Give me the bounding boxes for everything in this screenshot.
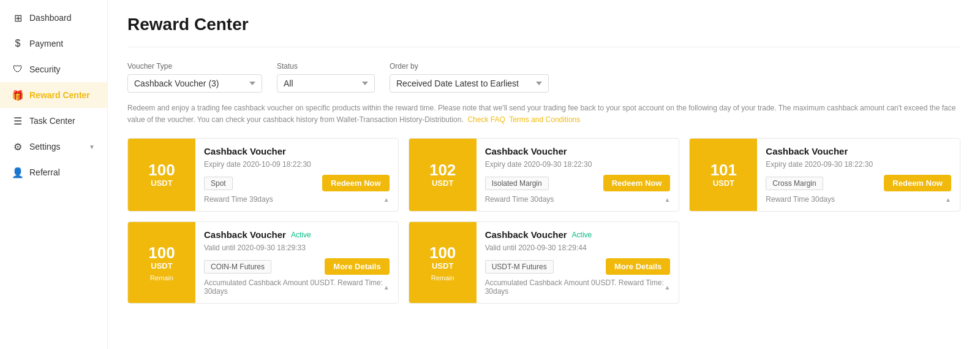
- sidebar-item-security[interactable]: 🛡 Security: [0, 56, 107, 82]
- voucher-badge-3: 101 USDT: [690, 139, 757, 211]
- order-by-select[interactable]: Received Date Latest to Earliest: [390, 74, 549, 93]
- voucher-amount-5: 100: [429, 244, 456, 262]
- voucher-card-1: 100 USDT Cashback Voucher Expiry date 20…: [127, 138, 399, 212]
- order-by-filter: Order by Received Date Latest to Earlies…: [390, 62, 549, 93]
- terms-link[interactable]: Terms and Conditions: [509, 115, 580, 124]
- voucher-badge-5: 100 USDT Remain: [409, 222, 477, 303]
- person-icon: 👤: [12, 167, 23, 178]
- voucher-type-label: Voucher Type: [127, 62, 262, 71]
- shield-icon: 🛡: [12, 64, 23, 75]
- voucher-expiry-4: Valid until 2020-09-30 18:29:33: [204, 244, 390, 252]
- voucher-title-4: Cashback Voucher Active: [204, 229, 390, 240]
- chevron-up-icon-4: ▲: [383, 284, 390, 291]
- filters-row: Voucher Type Cashback Voucher (3) Status…: [127, 62, 960, 93]
- voucher-expiry-1: Expiry date 2020-10-09 18:22:30: [204, 160, 390, 169]
- voucher-reward-2: Reward Time 30days ▲: [485, 195, 671, 204]
- voucher-title-3: Cashback Voucher: [766, 146, 951, 156]
- voucher-amount-2: 102: [429, 161, 456, 179]
- voucher-expiry-2: Expiry date 2020-09-30 18:22:30: [485, 160, 671, 169]
- voucher-tag-2: Isolated Margin: [485, 177, 549, 190]
- voucher-remain-4: Remain: [150, 274, 173, 282]
- page-title: Reward Center: [127, 15, 960, 34]
- voucher-body-4: Cashback Voucher Active Valid until 2020…: [195, 222, 398, 303]
- chevron-up-icon-1: ▲: [383, 196, 390, 203]
- voucher-currency-1: USDT: [151, 178, 172, 188]
- list-icon: ☰: [12, 115, 23, 126]
- active-badge-5: Active: [572, 231, 592, 239]
- voucher-body-1: Cashback Voucher Expiry date 2020-10-09 …: [195, 139, 398, 211]
- voucher-title-5: Cashback Voucher Active: [485, 229, 671, 240]
- voucher-grid: 100 USDT Cashback Voucher Expiry date 20…: [127, 138, 960, 304]
- sidebar-item-label: Task Center: [29, 116, 75, 126]
- voucher-card-3: 101 USDT Cashback Voucher Expiry date 20…: [689, 138, 960, 212]
- sidebar-item-settings[interactable]: ⚙ Settings ▼: [0, 134, 107, 159]
- voucher-tag-4: COIN-M Futures: [204, 260, 271, 274]
- sidebar-item-label: Settings: [29, 142, 61, 151]
- voucher-currency-4: USDT: [151, 261, 172, 270]
- voucher-body-3: Cashback Voucher Expiry date 2020-09-30 …: [757, 139, 960, 211]
- sidebar-item-task-center[interactable]: ☰ Task Center: [0, 108, 107, 134]
- more-details-button-4[interactable]: More Details: [325, 258, 389, 275]
- voucher-card-5: 100 USDT Remain Cashback Voucher Active …: [409, 221, 680, 304]
- faq-link[interactable]: Check FAQ: [467, 115, 505, 124]
- chevron-down-icon: ▼: [89, 144, 95, 150]
- sidebar: ⊞ Dashboard $ Payment 🛡 Security 🎁 Rewar…: [0, 0, 108, 349]
- more-details-button-5[interactable]: More Details: [606, 258, 670, 275]
- sidebar-item-label: Referral: [29, 167, 60, 177]
- voucher-tag-1: Spot: [204, 177, 233, 190]
- redeem-button-3[interactable]: Redeem Now: [884, 175, 951, 191]
- voucher-tag-5: USDT-M Futures: [485, 260, 554, 274]
- sidebar-item-reward-center[interactable]: 🎁 Reward Center: [0, 82, 107, 108]
- voucher-currency-3: USDT: [713, 178, 734, 188]
- order-by-label: Order by: [390, 62, 549, 71]
- sidebar-item-label: Payment: [29, 39, 63, 48]
- voucher-amount-3: 101: [710, 161, 737, 179]
- voucher-reward-5: Accumulated Cashback Amount 0USDT. Rewar…: [485, 278, 671, 296]
- voucher-badge-2: 102 USDT: [409, 139, 477, 211]
- redeem-button-2[interactable]: Redeem Now: [603, 175, 671, 191]
- voucher-title-2: Cashback Voucher: [485, 146, 671, 156]
- voucher-currency-5: USDT: [432, 261, 453, 270]
- active-badge-4: Active: [291, 231, 311, 239]
- redeem-button-1[interactable]: Redeem Now: [322, 175, 390, 191]
- main-content: Reward Center Voucher Type Cashback Vouc…: [108, 0, 980, 349]
- voucher-actions-3: Cross Margin Redeem Now: [766, 175, 951, 191]
- voucher-reward-3: Reward Time 30days ▲: [766, 195, 951, 204]
- voucher-type-filter: Voucher Type Cashback Voucher (3): [127, 62, 262, 93]
- voucher-type-select[interactable]: Cashback Voucher (3): [127, 74, 262, 93]
- voucher-actions-5: USDT-M Futures More Details: [485, 258, 671, 275]
- divider: [127, 47, 960, 47]
- sidebar-item-label: Security: [29, 64, 61, 74]
- status-filter: Status All: [277, 62, 375, 93]
- sidebar-item-dashboard[interactable]: ⊞ Dashboard: [0, 5, 107, 31]
- voucher-actions-2: Isolated Margin Redeem Now: [485, 175, 671, 191]
- sliders-icon: ⚙: [12, 141, 23, 152]
- voucher-body-5: Cashback Voucher Active Valid until 2020…: [477, 222, 679, 303]
- chevron-up-icon-2: ▲: [664, 196, 670, 203]
- voucher-remain-5: Remain: [431, 274, 454, 282]
- voucher-amount-4: 100: [148, 244, 175, 262]
- voucher-badge-1: 100 USDT: [128, 139, 195, 211]
- sidebar-item-referral[interactable]: 👤 Referral: [0, 159, 107, 185]
- dollar-icon: $: [12, 38, 23, 49]
- voucher-card-4: 100 USDT Remain Cashback Voucher Active …: [127, 221, 399, 304]
- info-text: Redeem and enjoy a trading fee cashback …: [127, 102, 960, 126]
- voucher-actions-4: COIN-M Futures More Details: [204, 258, 390, 275]
- voucher-expiry-5: Valid until 2020-09-30 18:29:44: [485, 244, 671, 252]
- voucher-badge-4: 100 USDT Remain: [128, 222, 195, 303]
- sidebar-item-label: Reward Center: [29, 90, 90, 100]
- chevron-up-icon-5: ▲: [664, 284, 670, 291]
- status-label: Status: [277, 62, 375, 71]
- voucher-actions-1: Spot Redeem Now: [204, 175, 390, 191]
- grid-icon: ⊞: [12, 12, 23, 23]
- status-select[interactable]: All: [277, 74, 375, 93]
- voucher-expiry-3: Expiry date 2020-09-30 18:22:30: [766, 160, 951, 169]
- voucher-card-2: 102 USDT Cashback Voucher Expiry date 20…: [409, 138, 680, 212]
- voucher-body-2: Cashback Voucher Expiry date 2020-09-30 …: [477, 139, 679, 211]
- gift-icon: 🎁: [12, 90, 23, 101]
- voucher-currency-2: USDT: [432, 178, 453, 188]
- sidebar-item-payment[interactable]: $ Payment: [0, 31, 107, 56]
- voucher-amount-1: 100: [148, 161, 175, 179]
- voucher-title-1: Cashback Voucher: [204, 146, 390, 156]
- sidebar-item-label: Dashboard: [29, 13, 72, 23]
